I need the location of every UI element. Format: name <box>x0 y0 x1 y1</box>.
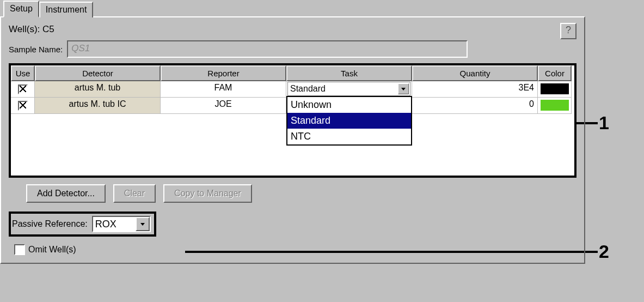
tab-setup[interactable]: Setup <box>3 1 39 17</box>
tab-instrument[interactable]: Instrument <box>39 2 94 17</box>
button-row: Add Detector... Clear Copy to Manager <box>9 184 576 203</box>
callout-1: 1 <box>599 112 609 134</box>
detector-cell: artus M. tub <box>35 81 161 98</box>
task-option-ntc[interactable]: NTC <box>287 129 411 144</box>
omit-wells-checkbox[interactable] <box>14 244 25 255</box>
checkbox-checked-icon[interactable] <box>18 84 28 94</box>
chevron-down-icon <box>140 223 145 226</box>
use-cell[interactable] <box>11 98 35 114</box>
passive-reference-frame: Passive Reference: ROX <box>9 212 156 237</box>
task-dropdown-list[interactable]: Unknown Standard NTC <box>286 96 412 146</box>
chevron-down-icon <box>401 88 406 90</box>
passive-reference-value: ROX <box>93 219 136 230</box>
omit-wells-row: Omit Well(s) <box>9 244 576 255</box>
omit-wells-label: Omit Well(s) <box>28 245 76 255</box>
tab-strip: Setup Instrument <box>0 0 585 16</box>
quantity-cell[interactable]: 3E4 <box>412 81 538 98</box>
task-select-value: Standard <box>290 84 326 94</box>
passive-reference-select[interactable]: ROX <box>92 216 151 232</box>
col-header-reporter: Reporter <box>161 65 286 81</box>
add-detector-button[interactable]: Add Detector... <box>26 184 106 203</box>
task-select[interactable]: Standard <box>287 82 410 96</box>
clear-button: Clear <box>113 184 156 203</box>
callout-2: 2 <box>599 241 609 262</box>
col-header-quantity: Quantity <box>412 65 538 81</box>
col-header-use: Use <box>11 65 35 81</box>
color-cell <box>538 98 572 114</box>
detector-table-frame: Use Detector Reporter Task Quantity Colo… <box>9 63 576 178</box>
color-swatch <box>541 100 569 111</box>
detector-cell: artus M. tub IC <box>35 98 161 114</box>
reporter-cell: JOE <box>161 98 286 114</box>
copy-to-manager-button: Copy to Manager <box>163 184 252 203</box>
color-cell <box>538 81 572 98</box>
task-cell[interactable]: Standard <box>286 81 412 98</box>
setup-panel: Setup Instrument ? Well(s): C5 Sample Na… <box>0 0 585 264</box>
color-swatch <box>541 83 569 94</box>
checkbox-checked-icon[interactable] <box>18 101 28 111</box>
table-row: artus M. tub FAM Standard 3E4 <box>11 81 574 98</box>
task-option-standard[interactable]: Standard <box>287 113 411 129</box>
sample-name-label: Sample Name: <box>9 45 63 54</box>
task-dropdown-button[interactable] <box>398 83 409 94</box>
passive-reference-dropdown-button[interactable] <box>136 217 150 231</box>
task-option-unknown[interactable]: Unknown <box>287 97 411 113</box>
col-header-color: Color <box>538 65 572 81</box>
sample-name-input[interactable]: QS1 <box>67 40 468 58</box>
col-header-detector: Detector <box>35 65 161 81</box>
quantity-cell[interactable]: 0 <box>412 98 538 114</box>
col-header-task: Task <box>286 65 412 81</box>
tab-body: ? Well(s): C5 Sample Name: QS1 Use Detec… <box>0 16 585 264</box>
use-cell[interactable] <box>11 81 35 98</box>
table-header-row: Use Detector Reporter Task Quantity Colo… <box>11 65 574 81</box>
passive-reference-label: Passive Reference: <box>12 219 88 229</box>
wells-label: Well(s): C5 <box>9 24 54 35</box>
help-button[interactable]: ? <box>560 23 576 39</box>
reporter-cell: FAM <box>161 81 286 98</box>
